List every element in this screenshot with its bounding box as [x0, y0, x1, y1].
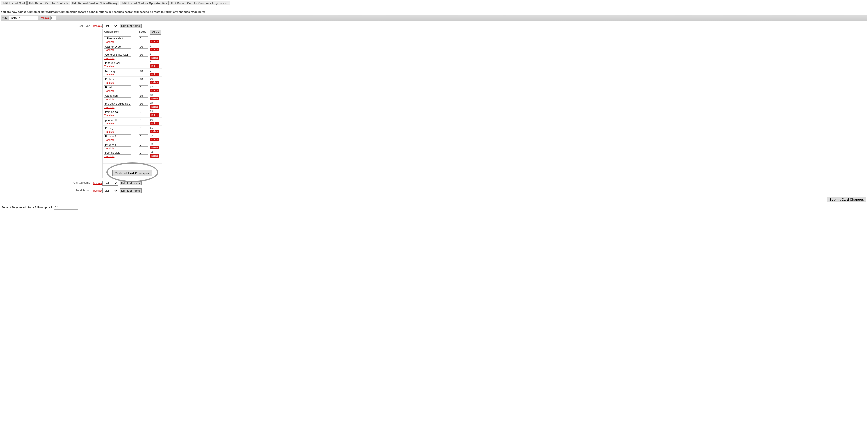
option-score-input[interactable] — [139, 143, 148, 147]
option-score-input[interactable] — [139, 85, 148, 89]
option-id-text: 32 — [150, 135, 153, 137]
option-translate-link[interactable]: Translate — [104, 155, 114, 158]
option-translate-link[interactable]: Translate — [104, 130, 114, 133]
field-row-next-action: Next Action Translate List Edit List Ite… — [1, 188, 867, 193]
new-option-text-input[interactable] — [104, 164, 131, 168]
delete-button[interactable]: Delete — [150, 97, 159, 100]
option-score-input[interactable] — [139, 110, 148, 114]
option-text-input[interactable] — [104, 77, 131, 81]
edit-list-items-button-call-type[interactable]: Edit List Items — [120, 24, 142, 28]
edit-list-items-button-next-action[interactable]: Edit List Items — [120, 188, 142, 193]
delete-button[interactable]: Delete — [150, 105, 159, 109]
option-id-text: 6 — [150, 61, 151, 64]
delete-button[interactable]: Delete — [150, 130, 159, 133]
delete-button[interactable]: Delete — [150, 146, 159, 149]
tab-name-input[interactable] — [9, 16, 38, 20]
option-text-input[interactable] — [104, 61, 131, 65]
default-days-input[interactable] — [54, 205, 78, 210]
list-item-row: Translate31Delete — [103, 125, 162, 134]
option-score-input[interactable] — [139, 151, 148, 155]
option-text-input[interactable] — [104, 135, 131, 138]
option-score-input[interactable] — [139, 45, 148, 49]
option-score-input[interactable] — [139, 69, 148, 73]
option-id-text: 0 — [150, 36, 151, 39]
list-item-row: Translate32Delete — [103, 134, 162, 142]
option-text-input[interactable] — [104, 126, 131, 130]
option-text-input[interactable] — [104, 36, 131, 40]
list-item-row: Translate6Delete — [103, 60, 162, 68]
option-text-input[interactable] — [104, 110, 131, 114]
field-type-select-call-type[interactable]: List — [102, 24, 118, 28]
option-translate-link[interactable]: Translate — [104, 40, 114, 43]
field-type-select-next-action[interactable]: List — [102, 188, 118, 193]
delete-button[interactable]: Delete — [150, 154, 159, 158]
delete-button[interactable]: Delete — [150, 138, 159, 141]
option-translate-link[interactable]: Translate — [104, 147, 114, 149]
top-tab-button[interactable]: Edit Record Card for Contacts — [28, 1, 70, 5]
top-tab-button[interactable]: Edit Record Card for Customer target spe… — [169, 1, 230, 5]
translate-link-call-outcome[interactable]: Translate — [93, 182, 103, 185]
submit-list-changes-button[interactable]: Submit List Changes — [112, 170, 152, 176]
option-translate-link[interactable]: Translate — [104, 65, 114, 68]
list-item-row: Translate7Delete — [103, 68, 162, 77]
delete-button[interactable]: Delete — [150, 121, 159, 125]
top-tab-button[interactable]: Edit Record Card for Notes/History — [71, 1, 119, 5]
tab-translate-link[interactable]: Translate — [39, 17, 50, 19]
option-score-input[interactable] — [139, 135, 148, 138]
edit-list-items-button-call-outcome[interactable]: Edit List Items — [120, 181, 142, 185]
option-text-input[interactable] — [104, 53, 131, 57]
option-translate-link[interactable]: Translate — [104, 122, 114, 125]
option-id-text: 7 — [150, 69, 151, 72]
submit-list-row: Submit List Changes — [103, 169, 162, 178]
option-translate-link[interactable]: Translate — [104, 90, 114, 92]
top-tab-button[interactable]: Edit Record Card — [1, 1, 27, 5]
translate-link-call-type[interactable]: Translate — [93, 25, 103, 27]
delete-button[interactable]: Delete — [150, 81, 159, 84]
delete-button[interactable]: Delete — [150, 56, 159, 60]
default-days-row: Default Days to add for a follow up call… — [2, 205, 866, 210]
option-translate-link[interactable]: Translate — [104, 98, 114, 100]
delete-button[interactable]: Delete — [150, 89, 159, 92]
option-text-input[interactable] — [104, 143, 131, 147]
option-score-input[interactable] — [139, 93, 148, 97]
option-id-text: 30 — [150, 118, 153, 121]
option-text-input[interactable] — [104, 151, 131, 155]
translate-link-next-action[interactable]: Translate — [93, 189, 103, 192]
option-translate-link[interactable]: Translate — [104, 139, 114, 141]
top-tab-button[interactable]: Edit Record Card for Opportunities — [120, 1, 169, 5]
new-option-text-input[interactable] — [104, 159, 131, 163]
option-score-input[interactable] — [139, 53, 148, 57]
tab-number-input[interactable] — [51, 16, 56, 20]
option-score-input[interactable] — [139, 118, 148, 122]
close-button[interactable]: Close — [150, 30, 161, 35]
footer-bar: Submit Card Changes — [1, 196, 867, 203]
delete-button[interactable]: Delete — [150, 72, 159, 76]
field-row-call-outcome: Call Outcome Translate List Edit List It… — [1, 181, 867, 186]
delete-button[interactable]: Delete — [150, 48, 159, 52]
option-text-input[interactable] — [104, 69, 131, 73]
delete-button[interactable]: Delete — [150, 113, 159, 117]
option-translate-link[interactable]: Translate — [104, 114, 114, 117]
option-score-input[interactable] — [139, 36, 148, 40]
field-type-select-call-outcome[interactable]: List — [102, 181, 118, 186]
option-translate-link[interactable]: Translate — [104, 49, 114, 52]
option-text-input[interactable] — [104, 45, 131, 49]
option-translate-link[interactable]: Translate — [104, 106, 114, 109]
option-score-input[interactable] — [139, 77, 148, 81]
option-text-input[interactable] — [104, 118, 131, 122]
option-translate-link[interactable]: Translate — [104, 82, 114, 84]
delete-button[interactable]: Delete — [150, 40, 159, 43]
option-score-input[interactable] — [139, 126, 148, 130]
option-score-input[interactable] — [139, 61, 148, 65]
list-item-blank-row — [103, 158, 162, 164]
tab-bar: Tab: Translate — [1, 15, 867, 21]
option-translate-link[interactable]: Translate — [104, 73, 114, 76]
submit-card-changes-button[interactable]: Submit Card Changes — [827, 197, 866, 203]
option-translate-link[interactable]: Translate — [104, 57, 114, 60]
option-score-input[interactable] — [139, 102, 148, 106]
option-text-input[interactable] — [104, 85, 131, 89]
option-text-input[interactable] — [104, 102, 131, 106]
list-item-row: Translate17Delete — [103, 85, 162, 93]
option-text-input[interactable] — [104, 93, 131, 97]
delete-button[interactable]: Delete — [150, 64, 159, 68]
